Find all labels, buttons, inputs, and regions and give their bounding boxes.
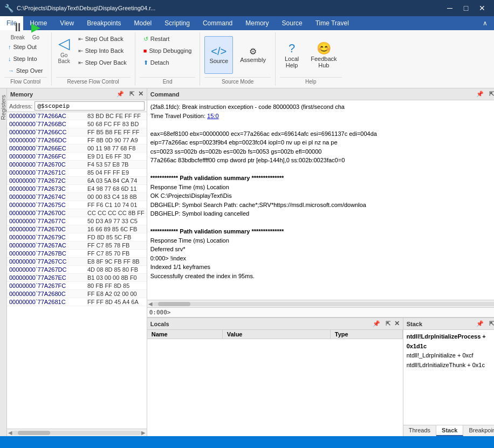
memory-row[interactable]: 00000000`77A266BC50 68 FC FF 83 BD bbox=[7, 120, 147, 128]
memory-address: 00000000`77A267DC bbox=[7, 266, 85, 273]
memory-row[interactable]: 00000000`77A267ECB1 03 00 00 8B F0 bbox=[7, 274, 147, 282]
step-over-button[interactable]: → Step Over bbox=[4, 65, 47, 76]
locals-close-button[interactable]: ✕ bbox=[394, 320, 400, 328]
memory-pin-button[interactable]: 📌 bbox=[115, 90, 126, 98]
locals-float-button[interactable]: ⇱ bbox=[384, 320, 392, 328]
ribbon-collapse-button[interactable]: ∧ bbox=[476, 16, 494, 30]
stack-tab-stack[interactable]: Stack bbox=[436, 425, 463, 436]
menu-time-travel[interactable]: Time Travel bbox=[309, 16, 355, 30]
command-output-line: Deferred srv* bbox=[150, 245, 494, 254]
memory-row[interactable]: 00000000`77A2674C00 00 83 C4 18 8B bbox=[7, 193, 147, 201]
menu-command[interactable]: Command bbox=[196, 16, 239, 30]
memory-horizontal-scrollbar[interactable]: ◀ ▶ bbox=[7, 429, 147, 436]
break-button[interactable]: ⏸ Break bbox=[11, 20, 25, 40]
memory-bytes: E4 98 77 68 6D 11 bbox=[85, 185, 139, 192]
assembly-button[interactable]: ⚙ Assembly bbox=[235, 36, 271, 74]
memory-row[interactable]: 00000000`77A2675CFF F6 C1 10 74 01 bbox=[7, 201, 147, 209]
memory-address: 00000000`77A2670C bbox=[7, 209, 85, 217]
locals-panel-title: Locals bbox=[150, 321, 169, 327]
memory-address: 00000000`77A267AC bbox=[7, 242, 85, 249]
restart-button[interactable]: ↺ Restart bbox=[140, 33, 196, 44]
memory-row[interactable]: 00000000`77A2670CF4 53 57 E8 7B bbox=[7, 161, 147, 169]
command-horizontal-scrollbar[interactable]: ◀ ▶ bbox=[147, 300, 494, 307]
stack-item[interactable]: ntdll!LdrInitializeThunk + 0x1c bbox=[407, 361, 494, 370]
stack-item[interactable]: ntdll!_LdrpInitialize + 0xcf bbox=[407, 351, 494, 361]
command-input[interactable] bbox=[173, 309, 494, 316]
stack-content[interactable]: ntdll!LdrpInitializeProcess + 0x1d1cntdl… bbox=[403, 330, 494, 425]
step-into-button[interactable]: ↓ Step Into bbox=[4, 53, 47, 64]
restore-button[interactable]: □ bbox=[458, 2, 474, 14]
memory-row[interactable]: 00000000`77A266DCFF 8B 0D 90 77 A9 bbox=[7, 136, 147, 144]
command-output[interactable]: (2fa8.1fdc): Break instruction exception… bbox=[147, 100, 494, 300]
memory-float-button[interactable]: ⇱ bbox=[128, 90, 136, 98]
menu-source[interactable]: Source bbox=[276, 16, 309, 30]
step-out-button[interactable]: ↑ Step Out bbox=[4, 42, 47, 52]
close-button[interactable]: ✕ bbox=[475, 2, 490, 14]
memory-row[interactable]: 00000000`77A2672C6A 03 5A 84 CA 74 bbox=[7, 177, 147, 185]
menu-breakpoints[interactable]: Breakpoints bbox=[80, 16, 127, 30]
memory-row[interactable]: 00000000`77A2670CCC CC CC CC 8B FF bbox=[7, 209, 147, 217]
memory-address: 00000000`77A267BC bbox=[7, 250, 85, 257]
step-out-back-button[interactable]: ⇤ Step Out Back bbox=[74, 33, 131, 44]
stack-tab-breakpoints[interactable]: Breakpoints bbox=[463, 425, 494, 436]
stack-pin-button[interactable]: 📌 bbox=[475, 320, 485, 328]
step-over-icon: → bbox=[8, 67, 14, 74]
memory-row[interactable]: 00000000`77A2671C85 04 FF FF E9 bbox=[7, 169, 147, 177]
stack-panel-header: Stack 📌 ⇱ ✕ bbox=[403, 318, 494, 330]
address-input[interactable] bbox=[35, 101, 144, 111]
stack-panel-controls: 📌 ⇱ ✕ bbox=[475, 320, 494, 328]
memory-row[interactable]: 00000000`77A267FC80 FB FF 8D 85 bbox=[7, 282, 147, 290]
help-label: Help bbox=[280, 77, 342, 85]
feedback-hub-button[interactable]: 😊 Feedback Hub bbox=[306, 36, 341, 74]
source-mode-label: Source Mode bbox=[204, 77, 271, 85]
memory-row[interactable]: 00000000`77A2670C16 66 89 85 6C FB bbox=[7, 225, 147, 233]
go-back-button[interactable]: ◁ Go Back bbox=[56, 33, 72, 65]
menu-scripting[interactable]: Scripting bbox=[158, 16, 196, 30]
memory-address: 00000000`77A2681C bbox=[7, 298, 85, 306]
go-label: Go bbox=[32, 35, 39, 40]
stack-tab-threads[interactable]: Threads bbox=[403, 425, 436, 436]
command-float-button[interactable]: ⇱ bbox=[488, 90, 494, 98]
command-prompt: 0:000> bbox=[149, 309, 171, 316]
memory-address: 00000000`77A2677C bbox=[7, 217, 85, 225]
flow-control-label: Flow Control bbox=[4, 77, 47, 85]
command-output-line: eip=77a266ac esp=0023f9b4 ebp=0023fc04 i… bbox=[150, 138, 494, 147]
memory-row[interactable]: 00000000`77A267DC4D 08 8D 85 80 FB bbox=[7, 266, 147, 274]
memory-row[interactable]: 00000000`77A2680CFF E8 A2 02 00 00 bbox=[7, 290, 147, 298]
stack-item[interactable]: ntdll!LdrpInitializeProcess + 0x1d1c bbox=[407, 332, 494, 351]
memory-bytes: 00 11 98 77 68 F8 bbox=[85, 144, 138, 152]
time-travel-link[interactable]: 15:0 bbox=[207, 113, 218, 119]
memory-row[interactable]: 00000000`77A2679CFD 8D 85 5C FB bbox=[7, 233, 147, 242]
source-button[interactable]: </> Source bbox=[204, 36, 233, 74]
memory-row[interactable]: 00000000`77A266EC00 11 98 77 68 F8 bbox=[7, 144, 147, 153]
memory-row[interactable]: 00000000`77A266CCFF B5 B8 FE FF FF bbox=[7, 128, 147, 136]
stack-float-button[interactable]: ⇱ bbox=[488, 320, 494, 328]
detach-button[interactable]: ⬆ Detach bbox=[140, 57, 196, 68]
memory-bytes: 80 FB FF 8D 85 bbox=[85, 282, 132, 290]
memory-table[interactable]: 00000000`77A266AC83 BD BC FE FF FF000000… bbox=[7, 112, 147, 429]
locals-panel-controls: 📌 ⇱ ✕ bbox=[371, 320, 400, 328]
go-button[interactable]: ▶ Go bbox=[31, 20, 40, 40]
stop-debugging-button[interactable]: ■ Stop Debugging bbox=[140, 45, 196, 56]
memory-row[interactable]: 00000000`77A2677C50 D3 A9 77 33 C5 bbox=[7, 217, 147, 225]
memory-row[interactable]: 00000000`77A267CCE8 8F 9C FB FF 8B bbox=[7, 258, 147, 266]
memory-row[interactable]: 00000000`77A2681CFF FF 8D 45 A4 6A bbox=[7, 298, 147, 306]
memory-row[interactable]: 00000000`77A267BCFF C7 85 70 FB bbox=[7, 250, 147, 258]
locals-pin-button[interactable]: 📌 bbox=[371, 320, 382, 328]
memory-row[interactable]: 00000000`77A2673CE4 98 77 68 6D 11 bbox=[7, 185, 147, 193]
memory-row[interactable]: 00000000`77A266AC83 BD BC FE FF FF bbox=[7, 112, 147, 120]
step-over-back-button[interactable]: ⇤ Step Over Back bbox=[74, 57, 131, 68]
menu-view[interactable]: View bbox=[53, 16, 80, 30]
memory-row[interactable]: 00000000`77A267ACFF C7 85 78 FB bbox=[7, 242, 147, 250]
local-help-button[interactable]: ? Local Help bbox=[280, 36, 304, 74]
memory-close-button[interactable]: ✕ bbox=[138, 90, 143, 98]
step-into-back-button[interactable]: ⇤ Step Into Back bbox=[74, 45, 131, 56]
minimize-button[interactable]: ─ bbox=[442, 2, 457, 14]
command-pin-button[interactable]: 📌 bbox=[475, 90, 485, 98]
step-into-icon: ↓ bbox=[8, 56, 11, 62]
menu-model[interactable]: Model bbox=[128, 16, 159, 30]
play-icon: ▶ bbox=[31, 20, 40, 35]
feedback-hub-icon: 😊 bbox=[317, 42, 331, 56]
menu-memory[interactable]: Memory bbox=[239, 16, 275, 30]
memory-row[interactable]: 00000000`77A266FCE9 D1 E6 FF 3D bbox=[7, 153, 147, 161]
